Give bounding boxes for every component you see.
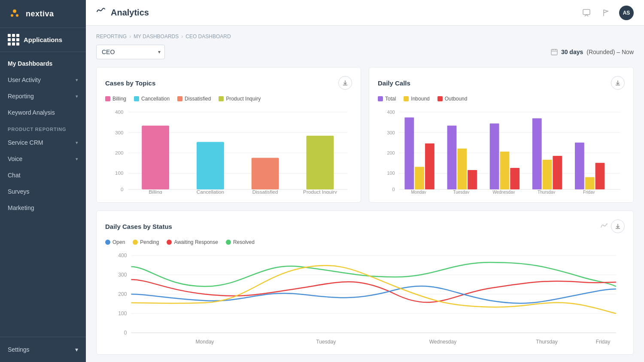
svg-rect-23 [307, 136, 334, 189]
svg-text:Friday: Friday [596, 339, 611, 345]
sidebar-nav: My Dashboards User Activity ▾ Reporting … [0, 52, 86, 337]
svg-text:Thursday: Thursday [536, 339, 557, 345]
sidebar-item-reporting[interactable]: Reporting ▾ [0, 88, 86, 104]
sidebar-item-keyword-analysis[interactable]: Keyword Analysis [0, 104, 86, 121]
svg-rect-5 [551, 49, 557, 55]
date-range: 30 days (Rounded) – Now [551, 49, 634, 55]
daily-calls-title: Daily Calls [378, 76, 625, 90]
chat-icon[interactable] [580, 6, 593, 20]
daily-calls-card: Daily Calls Total Inbound [369, 67, 634, 203]
dashboard-select[interactable]: CEO [96, 45, 165, 59]
svg-text:100: 100 [118, 310, 127, 316]
download-button[interactable] [611, 76, 625, 90]
main-content: Analytics AS REPORTING › MY DASHBOARDS ›… [86, 0, 644, 362]
legend-inbound: Inbound [404, 96, 429, 102]
download-button[interactable] [611, 219, 625, 233]
svg-text:300: 300 [118, 272, 127, 278]
settings-label: Settings [8, 346, 30, 353]
sidebar-item-label: Service CRM [8, 139, 43, 146]
legend-product-inquiry: Product Inquiry [219, 96, 261, 102]
svg-text:Monday: Monday [411, 190, 426, 194]
calendar-icon [551, 49, 558, 55]
sidebar-item-label: My Dashboards [8, 60, 52, 67]
sidebar-item-voice[interactable]: Voice ▾ [0, 151, 86, 167]
breadcrumb-separator: › [181, 33, 183, 40]
breadcrumb-reporting[interactable]: REPORTING [96, 33, 127, 40]
user-avatar[interactable]: AS [619, 6, 634, 20]
svg-text:100: 100 [115, 170, 124, 176]
svg-rect-53 [595, 163, 605, 189]
chevron-down-icon: ▾ [76, 156, 78, 162]
flag-icon[interactable] [599, 6, 613, 20]
svg-rect-49 [543, 160, 552, 189]
svg-text:400: 400 [118, 252, 127, 259]
breadcrumb-my-dashboards[interactable]: MY DASHBOARDS [134, 33, 179, 40]
sidebar: nextiva Applications My Dashboards User … [0, 0, 86, 362]
legend-resolved: Resolved [226, 239, 255, 245]
sidebar-item-label: Voice [8, 155, 22, 162]
sidebar-item-user-activity[interactable]: User Activity ▾ [0, 72, 86, 88]
svg-text:Tuesday: Tuesday [316, 339, 336, 345]
svg-text:Thursday: Thursday [538, 190, 555, 194]
dashboard-select-wrapper: CEO ▾ [96, 45, 165, 59]
cases-by-topics-card: Cases by Topics Billing Cancellation [96, 67, 361, 203]
svg-point-0 [8, 7, 21, 21]
legend-pending: Pending [133, 239, 159, 245]
svg-text:Tuesday: Tuesday [453, 190, 470, 194]
daily-calls-chart: 400 300 200 100 0 [378, 108, 625, 194]
legend-cancellation: Cancellation [134, 96, 170, 102]
sidebar-item-label: Keyword Analysis [8, 109, 55, 116]
svg-rect-21 [197, 142, 224, 189]
svg-text:Cancellation: Cancellation [197, 189, 224, 194]
svg-text:Product Inquiry: Product Inquiry [303, 189, 337, 194]
calls-legend: Total Inbound Outbound [378, 96, 625, 102]
nextiva-logo-icon [8, 7, 21, 21]
svg-text:400: 400 [387, 110, 395, 115]
svg-point-2 [11, 14, 13, 17]
logo-area: nextiva [0, 0, 86, 28]
svg-rect-39 [404, 118, 414, 190]
sidebar-item-settings[interactable]: Settings ▾ [0, 341, 86, 358]
sidebar-item-my-dashboards[interactable]: My Dashboards [0, 55, 86, 72]
svg-text:Monday: Monday [195, 339, 214, 345]
apps-grid-icon [8, 34, 19, 46]
legend-dissatisfied: Dissatisfied [177, 96, 211, 102]
sidebar-item-label: Surveys [8, 188, 30, 195]
svg-point-3 [16, 14, 18, 17]
charts-row: Cases by Topics Billing Cancellation [96, 67, 634, 203]
content-area: REPORTING › MY DASHBOARDS › CEO DASHBOAR… [86, 26, 644, 362]
svg-rect-46 [500, 152, 510, 189]
breadcrumb: REPORTING › MY DASHBOARDS › CEO DASHBOAR… [96, 33, 634, 40]
cases-bar-chart: 400 300 200 100 0 Billi [105, 108, 352, 194]
topbar-left: Analytics [96, 7, 149, 18]
breadcrumb-ceo-dashboard[interactable]: CEO DASHBOARD [185, 33, 231, 40]
svg-rect-20 [142, 125, 169, 189]
daily-cases-line-chart: 400 300 200 100 0 Monday Tuesday Wednesd… [105, 251, 625, 346]
svg-point-1 [13, 9, 16, 13]
controls-row: CEO ▾ 30 days (Rounded) – Now [96, 45, 634, 59]
date-range-value: 30 days [561, 49, 583, 55]
sidebar-item-label: Marketing [8, 204, 34, 211]
svg-text:0: 0 [124, 330, 127, 336]
sidebar-item-surveys[interactable]: Surveys [0, 183, 86, 200]
applications-label: Applications [24, 36, 62, 43]
svg-rect-51 [575, 143, 584, 189]
svg-text:Wednesday: Wednesday [429, 339, 457, 345]
sidebar-item-marketing[interactable]: Marketing [0, 200, 86, 216]
sidebar-bottom: Settings ▾ [0, 337, 86, 362]
sidebar-item-label: Reporting [8, 93, 34, 100]
svg-rect-22 [252, 158, 279, 189]
applications-menu[interactable]: Applications [0, 28, 86, 52]
svg-rect-47 [510, 168, 519, 189]
logo-text: nextiva [26, 9, 54, 18]
legend-total: Total [378, 96, 396, 102]
topbar: Analytics AS [86, 0, 644, 26]
svg-rect-41 [425, 143, 434, 189]
product-reporting-section-label: PRODUCT REPORTING [0, 121, 86, 134]
sidebar-item-chat[interactable]: Chat [0, 167, 86, 183]
svg-text:300: 300 [387, 130, 395, 135]
download-button[interactable] [338, 76, 352, 90]
sidebar-item-service-crm[interactable]: Service CRM ▾ [0, 134, 86, 151]
page-title: Analytics [111, 8, 149, 18]
legend-outbound: Outbound [437, 96, 468, 102]
